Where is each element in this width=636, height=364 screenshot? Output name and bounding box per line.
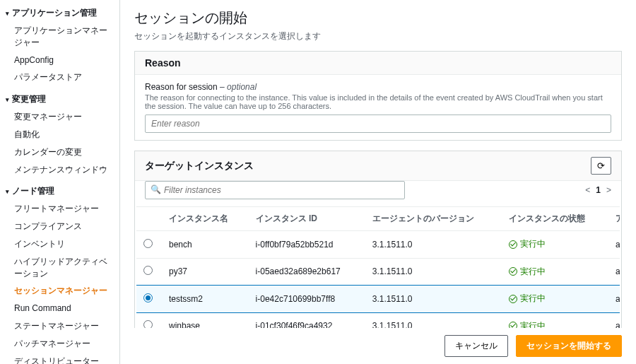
chevron-down-icon: ▾ xyxy=(6,10,9,17)
reason-panel: Reason Reason for session – optional The… xyxy=(134,51,622,141)
reason-optional-text: – optional xyxy=(218,82,257,92)
col-agent[interactable]: エージェントのバージョン xyxy=(365,207,502,231)
sidebar-section-header[interactable]: ▾アプリケーション管理 xyxy=(0,4,119,22)
cell-extra: ap- xyxy=(608,231,620,259)
pager-prev[interactable]: < xyxy=(585,185,590,195)
pager-current: 1 xyxy=(596,185,601,195)
reason-hint: The reason for connecting to the instanc… xyxy=(145,93,611,110)
main-content: セッションの開始 セッションを起動するインスタンスを選択します Reason R… xyxy=(120,0,636,364)
row-radio[interactable] xyxy=(143,293,153,303)
cell-name: testssm2 xyxy=(162,286,249,313)
sidebar-item[interactable]: 自動化 xyxy=(0,126,119,143)
sidebar-item[interactable]: メンテナンスウィンドウ xyxy=(0,161,119,179)
sidebar: ▾アプリケーション管理アプリケーションマネージャーAppConfigパラメータス… xyxy=(0,0,120,364)
refresh-button[interactable]: ⟳ xyxy=(591,157,611,175)
sidebar-section-header[interactable]: ▾変更管理 xyxy=(0,90,119,108)
table-row[interactable]: py37i-05aed32a689e2b6173.1.1511.0実行中ap- xyxy=(136,258,620,286)
sidebar-item[interactable]: パッチマネージャー xyxy=(0,335,119,353)
page-subtitle: セッションを起動するインスタンスを選択します xyxy=(134,30,622,42)
start-session-button[interactable]: セッションを開始する xyxy=(516,335,622,357)
sidebar-section-title: アプリケーション管理 xyxy=(12,7,97,19)
page-title: セッションの開始 xyxy=(134,8,622,28)
pagination: < 1 > xyxy=(585,185,611,195)
cancel-button[interactable]: キャンセル xyxy=(444,335,508,357)
sidebar-item[interactable]: コンプライアンス xyxy=(0,218,119,235)
cell-extra: ap- xyxy=(608,258,620,286)
reason-label-text: Reason for session xyxy=(145,82,218,92)
cell-agent: 3.1.1511.0 xyxy=(365,286,502,313)
cell-id: i-0ff0bf79a52bb521d xyxy=(249,231,365,259)
footer-actions: キャンセル セッションを開始する xyxy=(134,328,622,364)
cell-id: i-0e42c710699bb7ff8 xyxy=(249,286,365,313)
col-state[interactable]: インスタンスの状態 xyxy=(502,207,608,231)
check-icon xyxy=(509,240,517,249)
refresh-icon: ⟳ xyxy=(597,160,605,171)
sidebar-item[interactable]: フリートマネージャー xyxy=(0,200,119,218)
col-extra[interactable]: ア… xyxy=(608,207,620,231)
sidebar-item[interactable]: 変更マネージャー xyxy=(0,108,119,126)
sidebar-item[interactable]: アプリケーションマネージャー xyxy=(0,22,119,52)
cell-state: 実行中 xyxy=(502,231,608,259)
filter-input[interactable] xyxy=(145,181,405,199)
sidebar-section-title: 変更管理 xyxy=(12,93,46,105)
cell-extra: ap- xyxy=(608,286,620,313)
col-name[interactable]: インスタンス名 xyxy=(162,207,249,231)
sidebar-section-title: ノード管理 xyxy=(12,185,54,197)
table-row[interactable]: benchi-0ff0bf79a52bb521d3.1.1511.0実行中ap- xyxy=(136,231,620,259)
cell-agent: 3.1.1511.0 xyxy=(365,258,502,286)
row-radio[interactable] xyxy=(143,239,153,248)
sidebar-section-header[interactable]: ▾ノード管理 xyxy=(0,182,119,200)
reason-label: Reason for session – optional xyxy=(145,82,611,92)
cell-id: i-05aed32a689e2b617 xyxy=(249,258,365,286)
cell-name: py37 xyxy=(162,258,249,286)
chevron-down-icon: ▾ xyxy=(6,188,9,195)
sidebar-item[interactable]: Run Command xyxy=(0,300,119,317)
sidebar-item[interactable]: セッションマネージャー xyxy=(0,282,119,300)
search-icon: 🔍 xyxy=(151,184,161,194)
row-radio[interactable] xyxy=(143,266,153,275)
cell-state: 実行中 xyxy=(502,258,608,286)
sidebar-item[interactable]: パラメータストア xyxy=(0,69,119,86)
reason-panel-header: Reason xyxy=(135,52,621,75)
pager-next[interactable]: > xyxy=(606,185,611,195)
sidebar-item[interactable]: AppConfig xyxy=(0,52,119,69)
reason-input[interactable] xyxy=(145,115,611,133)
targets-panel-title: ターゲットインスタンス xyxy=(145,160,254,172)
chevron-down-icon: ▾ xyxy=(6,96,9,103)
sidebar-item[interactable]: インベントリ xyxy=(0,235,119,253)
sidebar-item[interactable]: ステートマネージャー xyxy=(0,317,119,335)
cell-state: 実行中 xyxy=(502,286,608,313)
cell-agent: 3.1.1511.0 xyxy=(365,231,502,259)
sidebar-item[interactable]: カレンダーの変更 xyxy=(0,143,119,161)
check-icon xyxy=(509,267,517,276)
cell-name: bench xyxy=(162,231,249,259)
table-row[interactable]: testssm2i-0e42c710699bb7ff83.1.1511.0実行中… xyxy=(136,286,620,313)
col-id[interactable]: インスタンス ID xyxy=(249,207,365,231)
sidebar-item[interactable]: ディストリビューター xyxy=(0,353,119,364)
check-icon xyxy=(509,295,517,303)
sidebar-item[interactable]: ハイブリッドアクティベーション xyxy=(0,253,119,283)
